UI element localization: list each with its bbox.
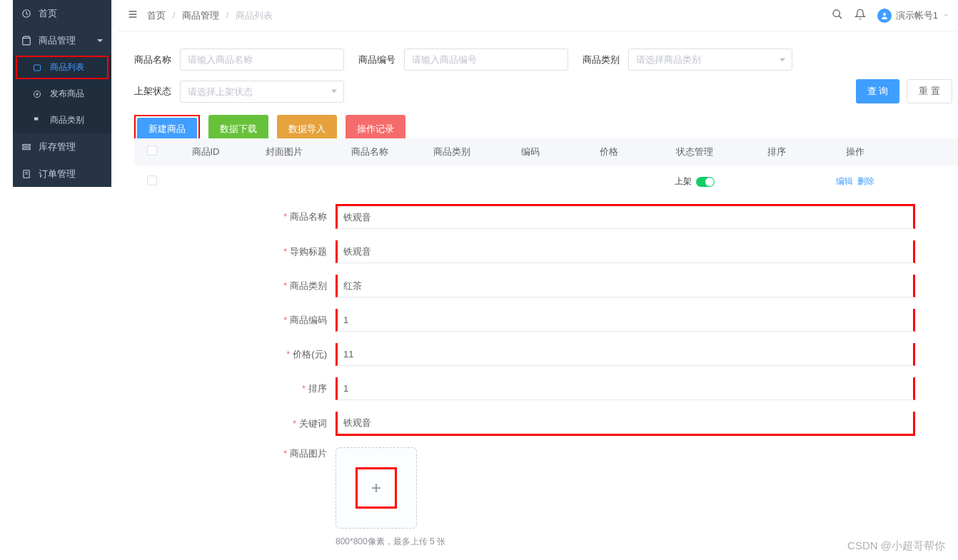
th-name: 商品名称: [327, 146, 413, 158]
filter-status-label: 上架状态: [134, 85, 171, 98]
th-id: 商品ID: [170, 146, 241, 158]
cell-operation: 编辑 删除: [812, 175, 898, 188]
form-label-keyword: *关键词: [247, 417, 336, 430]
watermark: CSDN @小超哥帮你: [847, 539, 945, 553]
filter-panel: 商品名称 商品编号 商品类别 上架状态 查 询 重 置 新建商品: [134, 40, 958, 151]
form-input-price[interactable]: [336, 343, 915, 366]
upload-highlight: +: [356, 467, 397, 509]
th-price: 价格: [570, 146, 648, 158]
th-status: 状态管理: [648, 146, 741, 158]
sidebar-item-label: 商品类别: [50, 114, 84, 126]
search-icon[interactable]: [832, 9, 843, 22]
sidebar: 首页 商品管理 商品列表 发布商品 商品类别: [13, 0, 111, 187]
image-upload-box[interactable]: +: [336, 447, 417, 529]
sidebar-item-label: 库存管理: [39, 141, 76, 153]
status-on-label: 上架: [675, 175, 692, 188]
filter-name-label: 商品名称: [134, 54, 171, 66]
sidebar-item-label: 发布商品: [50, 88, 84, 100]
product-form: *商品名称 *导购标题 *商品类别 *商品编码 *价格(元) *排序 *关键词 …: [204, 187, 958, 560]
filter-status-select[interactable]: [180, 81, 344, 103]
plus-circle-icon: [33, 90, 44, 98]
avatar: [877, 9, 892, 23]
th-operation: 操作: [812, 146, 898, 158]
form-input-sort[interactable]: [336, 377, 915, 400]
topbar: 首页 / 商品管理 / 商品列表 演示帐号1: [119, 0, 958, 31]
sidebar-item-home[interactable]: 首页: [13, 0, 111, 27]
edit-link[interactable]: 编辑: [836, 176, 853, 186]
svg-rect-1: [34, 65, 41, 71]
form-input-name[interactable]: [336, 204, 915, 229]
username: 演示帐号1: [896, 9, 938, 22]
reset-button[interactable]: 重 置: [907, 79, 952, 103]
new-product-button[interactable]: 新建商品: [137, 118, 197, 141]
breadcrumb-sep: /: [226, 10, 229, 21]
topbar-right: 演示帐号1: [832, 9, 949, 23]
form-label-image: *商品图片: [247, 447, 336, 460]
form-label-code: *商品编码: [247, 314, 336, 327]
order-icon: [21, 169, 33, 179]
filter-code-input[interactable]: [404, 49, 568, 71]
sidebar-item-orders[interactable]: 订单管理: [13, 161, 111, 188]
form-label-subtitle: *导购标题: [247, 245, 336, 258]
row-checkbox[interactable]: [147, 175, 157, 185]
breadcrumb-current: 商品列表: [236, 10, 273, 21]
menu-toggle-icon[interactable]: [127, 9, 138, 22]
filter-name-input[interactable]: [180, 49, 344, 71]
sidebar-item-label: 商品管理: [39, 34, 76, 47]
sidebar-item-label: 订单管理: [39, 168, 76, 180]
sidebar-item-products[interactable]: 商品管理: [13, 27, 111, 54]
sidebar-item-label: 商品列表: [50, 61, 84, 73]
sidebar-item-inventory[interactable]: 库存管理: [13, 133, 111, 161]
th-sort: 排序: [741, 146, 812, 158]
status-on-switch[interactable]: [696, 177, 715, 187]
delete-link[interactable]: 删除: [857, 176, 874, 186]
upload-hint: 800*800像素，最多上传 5 张: [336, 536, 445, 548]
form-input-keyword[interactable]: [336, 412, 915, 436]
plus-icon: +: [371, 478, 381, 498]
form-label-sort: *排序: [247, 382, 336, 395]
sidebar-item-product-list[interactable]: 商品列表: [16, 56, 109, 79]
svg-point-6: [833, 10, 839, 16]
form-label-category: *商品类别: [247, 280, 336, 292]
flag-icon: [33, 116, 44, 125]
bag-icon: [21, 36, 33, 46]
select-all-checkbox[interactable]: [147, 146, 157, 156]
th-code: 编码: [491, 146, 570, 158]
sidebar-submenu: 商品列表 发布商品 商品类别: [13, 56, 111, 133]
breadcrumb-section[interactable]: 商品管理: [182, 10, 219, 21]
inventory-icon: [21, 142, 33, 152]
breadcrumb-sep: /: [173, 10, 176, 21]
dashboard-icon: [21, 9, 33, 19]
form-label-name: *商品名称: [247, 210, 336, 223]
form-input-code[interactable]: [336, 309, 915, 332]
filter-category-label: 商品类别: [583, 54, 620, 66]
user-menu[interactable]: 演示帐号1: [877, 9, 949, 23]
filter-category-select[interactable]: [628, 49, 792, 71]
th-category: 商品类别: [413, 146, 491, 158]
bell-icon[interactable]: [854, 9, 866, 22]
sidebar-item-label: 首页: [39, 7, 57, 20]
svg-rect-3: [23, 145, 31, 146]
svg-rect-4: [23, 148, 31, 149]
form-label-price: *价格(元): [247, 348, 336, 361]
list-icon: [33, 63, 44, 72]
form-input-category[interactable]: [336, 275, 915, 297]
svg-point-7: [883, 13, 886, 16]
search-button[interactable]: 查 询: [856, 79, 900, 103]
breadcrumb-home[interactable]: 首页: [147, 10, 166, 21]
th-image: 封面图片: [241, 146, 327, 158]
chevron-down-icon: [942, 10, 949, 21]
table-header: 商品ID 封面图片 商品名称 商品类别 编码 价格 状态管理 排序 操作: [134, 138, 958, 166]
form-input-subtitle[interactable]: [336, 240, 915, 263]
sidebar-item-category[interactable]: 商品类别: [13, 107, 111, 133]
breadcrumb: 首页 / 商品管理 / 商品列表: [147, 9, 273, 22]
filter-code-label: 商品编号: [358, 54, 395, 66]
sidebar-item-publish[interactable]: 发布商品: [13, 81, 111, 107]
